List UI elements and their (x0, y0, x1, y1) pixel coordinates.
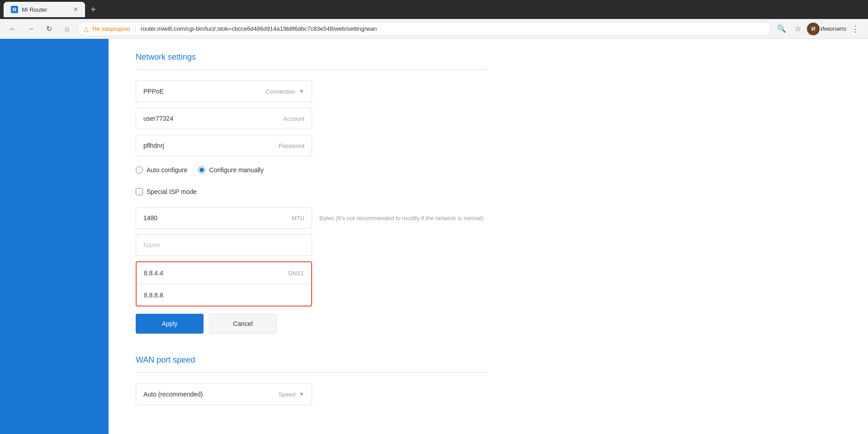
wan-speed-value: Auto (recommended) (143, 391, 279, 398)
name-field-wrapper (136, 234, 489, 256)
connection-type-value: PPPoE (143, 88, 266, 95)
account-field[interactable]: user77324 Account (136, 108, 312, 129)
radio-manual-label: Configure manually (209, 166, 264, 174)
radio-configure-manually[interactable]: Configure manually (198, 166, 264, 174)
mtu-value: 1480 (143, 214, 292, 222)
radio-group: Auto configure Configure manually (136, 162, 489, 178)
dns-group: 8.8.4.4 DNS1 (136, 261, 312, 307)
account-label: Account (283, 115, 304, 122)
content-area: Network settings PPPoE Connection ▼ user… (109, 39, 868, 434)
new-tab-button[interactable]: + (87, 3, 100, 16)
name-input[interactable] (136, 234, 312, 256)
dns1-value: 8.8.4.4 (144, 269, 288, 277)
nav-bar: ← → ↻ ⌂ △ Не защищено | router.miwifi.co… (0, 19, 868, 39)
mtu-label: MTU (292, 215, 304, 222)
wan-speed-label: Speed (279, 391, 296, 398)
radio-auto-label: Auto configure (147, 166, 187, 174)
mtu-field[interactable]: 1480 MTU (136, 207, 312, 229)
search-button[interactable]: 🔍 (774, 22, 789, 36)
connection-type-group: PPPoE Connection ▼ (136, 80, 489, 102)
password-value: pflhdnrj (143, 142, 279, 149)
not-secure-label: Не защищено (92, 25, 130, 32)
wan-section-divider (136, 372, 489, 373)
url-display: router.miwifi.com/cgi-bin/luci/;stok=cbc… (141, 25, 377, 32)
browser-tab[interactable]: Mi Router × (4, 2, 85, 17)
tab-favicon (11, 6, 18, 13)
account-value: user77324 (143, 115, 283, 122)
dns1-label: DNS1 (288, 270, 304, 277)
connection-type-field[interactable]: PPPoE Connection ▼ (136, 80, 312, 102)
tab-close-button[interactable]: × (74, 6, 78, 13)
browser-menu-button[interactable]: ⋮ (848, 22, 863, 36)
connection-type-label: Connection (266, 88, 295, 95)
mtu-note: Bytes (It's not recommended to modify if… (319, 215, 484, 222)
wan-speed-field[interactable]: Auto (recommended) Speed ▼ (136, 383, 312, 405)
special-isp-group: Special ISP mode (136, 184, 489, 200)
browser-chrome: Mi Router × + (0, 0, 868, 19)
apply-button[interactable]: Apply (136, 314, 204, 334)
tab-title: Mi Router (22, 6, 47, 13)
dns2-input[interactable] (144, 292, 304, 299)
radio-auto-input[interactable] (136, 166, 143, 174)
back-button[interactable]: ← (5, 22, 20, 36)
dns2-field[interactable] (137, 284, 311, 306)
profile-button[interactable]: И (807, 23, 820, 35)
network-settings-section: Network settings PPPoE Connection ▼ user… (136, 52, 489, 334)
radio-manual-input[interactable] (198, 166, 205, 174)
button-row: Apply Cancel (136, 314, 489, 334)
special-isp-checkbox[interactable] (136, 188, 143, 195)
password-field[interactable]: pflhdnrj Password (136, 135, 312, 156)
tab-bar: Mi Router × + (4, 2, 100, 17)
sidebar (0, 39, 109, 434)
dns1-field[interactable]: 8.8.4.4 DNS1 (137, 262, 311, 284)
wan-port-speed-section: WAN port speed Auto (recommended) Speed … (136, 355, 489, 405)
connection-dropdown-arrow: ▼ (299, 88, 304, 94)
network-settings-title: Network settings (136, 52, 489, 62)
password-group: pflhdnrj Password (136, 135, 489, 156)
cancel-button[interactable]: Cancel (209, 314, 277, 334)
wan-speed-dropdown-arrow: ▼ (299, 391, 304, 397)
bookmark-button[interactable]: ☆ (791, 22, 805, 36)
page-wrapper: Network settings PPPoE Connection ▼ user… (0, 39, 868, 434)
account-group: user77324 Account (136, 108, 489, 129)
special-isp-label: Special ISP mode (147, 188, 197, 195)
lock-icon: △ (84, 25, 89, 33)
incognito-label: Инкогнито (821, 26, 846, 32)
mtu-row: 1480 MTU Bytes (It's not recommended to … (136, 207, 489, 229)
content-inner: Network settings PPPoE Connection ▼ user… (109, 52, 516, 405)
section-divider (136, 69, 489, 70)
forward-button[interactable]: → (24, 22, 38, 36)
password-label: Password (279, 142, 304, 149)
reload-button[interactable]: ↻ (42, 22, 56, 36)
nav-right: 🔍 ☆ И Инкогнито ⋮ (774, 22, 863, 36)
radio-auto-configure[interactable]: Auto configure (136, 166, 187, 174)
home-button[interactable]: ⌂ (60, 22, 74, 36)
wan-port-speed-title: WAN port speed (136, 355, 489, 365)
address-bar[interactable]: △ Не защищено | router.miwifi.com/cgi-bi… (78, 22, 771, 36)
